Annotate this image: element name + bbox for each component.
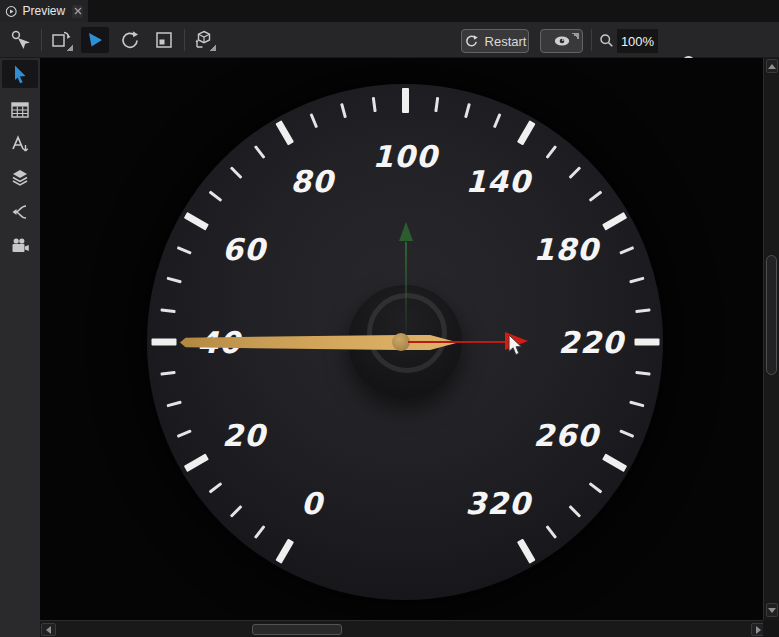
dropdown-corner-mark <box>572 33 579 40</box>
restart-label: Restart <box>485 34 527 49</box>
mouse-cursor <box>507 334 523 356</box>
rotate-icon <box>119 29 141 51</box>
selection-tool-button[interactable] <box>6 27 34 53</box>
toolbar: Restart 100% <box>0 22 779 58</box>
gauge-minor-tick <box>434 97 439 112</box>
cursor-icon <box>10 64 30 84</box>
tab-bar: Preview <box>0 0 779 22</box>
right-arrow-icon <box>756 626 761 634</box>
gauge-major-tick <box>183 453 208 472</box>
gauge-label-220: 220 <box>558 325 624 360</box>
gauge-major-tick <box>402 88 409 113</box>
gauge-minor-tick <box>229 505 242 518</box>
gauge-label-60: 60 <box>222 232 266 267</box>
gauge-minor-tick <box>371 97 376 112</box>
gauge-major-tick <box>151 339 176 346</box>
gauge-minor-tick <box>309 113 318 128</box>
layers-icon <box>10 168 30 188</box>
dropdown-corner-mark <box>210 45 216 51</box>
sidebar-item-camera[interactable] <box>2 232 38 260</box>
gauge-label-80: 80 <box>290 163 334 198</box>
scroll-down-button[interactable] <box>766 603 778 617</box>
gauge-major-tick <box>516 539 535 564</box>
eye-icon <box>553 34 571 48</box>
gauge-minor-tick <box>635 308 650 313</box>
sidebar-item-layers[interactable] <box>2 164 38 192</box>
gauge-minor-tick <box>588 482 602 494</box>
tab-preview[interactable]: Preview <box>0 0 88 22</box>
down-arrow-icon <box>768 608 776 613</box>
gauge-major-tick <box>275 539 294 564</box>
gauge-label-20: 20 <box>222 418 266 453</box>
gauge-minor-tick <box>160 308 175 313</box>
restart-icon <box>464 34 479 49</box>
selection-cursor-icon <box>9 29 31 51</box>
transform-tool-button[interactable] <box>47 27 75 53</box>
gauge-label-180: 180 <box>533 232 599 267</box>
scroll-up-button[interactable] <box>766 59 778 73</box>
camera-icon <box>10 237 30 255</box>
close-icon[interactable] <box>72 5 83 18</box>
toolbar-separator <box>41 29 42 51</box>
vertical-scrollbar[interactable] <box>763 58 779 620</box>
gizmo-y-axis-arrow[interactable] <box>399 222 413 241</box>
preview-window: Preview <box>0 0 779 637</box>
zoom-tool-button[interactable] <box>595 27 617 53</box>
gauge-minor-tick <box>464 103 471 118</box>
toolbar-separator <box>591 29 592 51</box>
table-icon <box>11 102 29 118</box>
restart-button[interactable]: Restart <box>461 29 529 53</box>
gauge-major-tick <box>516 120 535 145</box>
vertical-scroll-thumb[interactable] <box>766 255 777 375</box>
gauge-minor-tick <box>340 103 347 118</box>
gauge-minor-tick <box>545 145 557 159</box>
gauge-major-tick <box>634 339 659 346</box>
rotate-tool-button[interactable] <box>116 27 144 53</box>
square-in-square-icon <box>153 29 175 51</box>
gauge-major-tick <box>275 120 294 145</box>
gauge-label-320: 320 <box>465 486 531 521</box>
blue-triangle-icon <box>84 29 106 51</box>
gauge-minor-tick <box>176 429 191 438</box>
gauge-minor-tick <box>588 190 602 202</box>
scrollbar-corner <box>763 620 779 637</box>
gizmo-y-axis-line <box>405 242 407 342</box>
magnifier-icon <box>598 32 615 49</box>
sidebar-item-table-view[interactable] <box>2 96 38 124</box>
gauge-minor-tick <box>253 145 265 159</box>
gauge-minor-tick <box>160 371 175 376</box>
font-icon <box>10 134 30 154</box>
gauge-minor-tick <box>568 505 581 518</box>
gauge-hub-ring <box>367 293 447 373</box>
gauge-minor-tick <box>176 246 191 255</box>
scroll-left-button[interactable] <box>41 623 56 636</box>
left-sidebar <box>0 58 40 637</box>
gauge-major-tick <box>602 212 627 231</box>
horizontal-scrollbar[interactable] <box>40 620 769 637</box>
gauge-minor-tick <box>208 482 222 494</box>
gauge-minor-tick <box>635 371 650 376</box>
up-arrow-icon <box>768 64 776 69</box>
visibility-button[interactable] <box>540 29 583 53</box>
preview-canvas[interactable]: 020406080100140180220260320 <box>40 58 763 620</box>
sidebar-item-text-style[interactable] <box>2 130 38 158</box>
dropdown-corner-mark <box>67 45 73 51</box>
toolbar-separator <box>184 29 185 51</box>
perspective-camera-tool-button[interactable] <box>190 27 218 53</box>
local-frame-tool-button[interactable] <box>150 27 178 53</box>
move-tool-button-active[interactable] <box>81 27 109 53</box>
gauge-minor-tick <box>629 401 644 408</box>
gizmo-x-axis-line <box>408 341 506 343</box>
left-arrow-icon <box>46 626 51 634</box>
gauge-label-100: 100 <box>372 139 438 174</box>
gauge-minor-tick <box>492 113 501 128</box>
zoom-level-field[interactable]: 100% <box>617 29 658 53</box>
gauge-minor-tick <box>208 190 222 202</box>
play-circle-icon <box>5 4 17 19</box>
sidebar-item-transitions[interactable] <box>2 198 38 226</box>
horizontal-scroll-thumb[interactable] <box>252 624 342 635</box>
gauge-minor-tick <box>629 277 644 284</box>
sidebar-item-select-mode[interactable] <box>2 60 38 88</box>
gauge-minor-tick <box>166 277 181 284</box>
transition-arrow-icon <box>10 202 30 222</box>
